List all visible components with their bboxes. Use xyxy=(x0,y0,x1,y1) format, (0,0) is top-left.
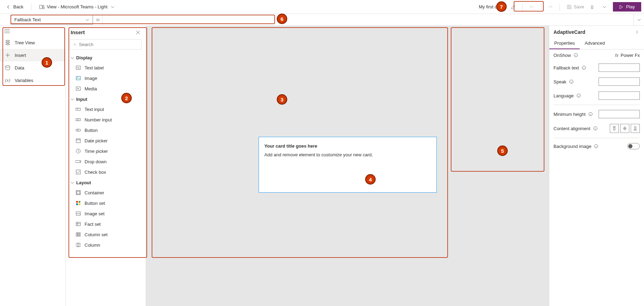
insert-item-media[interactable]: Media xyxy=(66,83,146,94)
search-input-wrapper[interactable] xyxy=(70,39,142,50)
insert-group-layout[interactable]: Layout xyxy=(66,177,146,187)
image-set-icon xyxy=(75,211,81,216)
svg-point-3 xyxy=(6,66,10,67)
insert-item-drop-down[interactable]: Drop down xyxy=(66,156,146,167)
property-dropdown[interactable]: Fallback Text xyxy=(10,15,93,24)
hamburger-button[interactable] xyxy=(0,26,65,36)
play-button[interactable]: Play xyxy=(613,2,641,12)
time-picker-icon xyxy=(75,148,81,154)
min-height-input[interactable] xyxy=(599,110,640,118)
chevron-down-icon[interactable] xyxy=(600,2,609,12)
item-label: Time picker xyxy=(85,149,108,154)
sidebar-item-variables[interactable]: (x) Variables xyxy=(0,74,65,87)
svg-rect-0 xyxy=(39,5,42,9)
sidebar-item-insert[interactable]: Insert xyxy=(0,49,65,61)
item-label: Image set xyxy=(85,211,104,216)
insert-panel: Insert Display Text label Image Media In… xyxy=(66,26,146,306)
prop-label: Language xyxy=(553,93,574,98)
variable-icon: (x) xyxy=(5,77,10,83)
tab-properties[interactable]: Properties xyxy=(549,38,580,49)
card-preview[interactable]: Your card title goes here Add and remove… xyxy=(259,137,437,193)
card-name-label: My first card xyxy=(477,3,506,11)
insert-item-number-input[interactable]: 12Number input xyxy=(66,114,146,125)
save-button[interactable]: Save xyxy=(564,3,587,11)
insert-item-date-picker[interactable]: Date picker xyxy=(66,135,146,146)
svg-point-1 xyxy=(43,5,44,7)
align-bottom-button[interactable] xyxy=(631,124,640,133)
item-label: Column xyxy=(85,242,100,248)
onshow-value[interactable]: fxPower Fx xyxy=(615,53,640,58)
align-top-button[interactable] xyxy=(610,124,619,133)
item-label: Media xyxy=(85,86,97,91)
item-label: Button set xyxy=(85,201,105,206)
info-icon[interactable] xyxy=(593,126,598,131)
number-input-icon: 12 xyxy=(75,117,81,122)
media-icon xyxy=(75,86,81,91)
teams-icon xyxy=(39,4,45,10)
back-label: Back xyxy=(13,4,23,9)
insert-item-fact-set[interactable]: Fact set xyxy=(66,219,146,229)
insert-item-text-input[interactable]: Text input xyxy=(66,104,146,114)
item-label: Check box xyxy=(85,170,106,175)
insert-group-input[interactable]: Input xyxy=(66,94,146,104)
insert-item-button-set[interactable]: Button set xyxy=(66,198,146,208)
edit-name-button[interactable] xyxy=(508,2,518,12)
info-icon[interactable] xyxy=(573,52,579,58)
expand-panel-icon[interactable] xyxy=(634,29,640,35)
view-label: View - Microsoft Teams - Light xyxy=(47,4,108,9)
info-icon[interactable] xyxy=(593,143,599,149)
sidebar-item-data[interactable]: Data xyxy=(0,61,65,74)
close-icon[interactable] xyxy=(135,30,141,35)
svg-rect-19 xyxy=(77,191,80,194)
tab-advanced[interactable]: Advanced xyxy=(580,38,610,49)
svg-rect-29 xyxy=(76,243,80,247)
speak-input[interactable] xyxy=(599,77,640,86)
svg-rect-23 xyxy=(79,203,80,205)
insert-item-column[interactable]: Column xyxy=(66,240,146,250)
canvas[interactable]: Your card title goes here Add and remove… xyxy=(146,26,549,306)
item-label: Button xyxy=(85,128,98,133)
formula-bar: Fallback Text xyxy=(0,14,644,26)
background-image-toggle[interactable] xyxy=(627,143,640,149)
insert-item-image-set[interactable]: Image set xyxy=(66,208,146,219)
item-label: Fact set xyxy=(85,222,101,227)
svg-rect-30 xyxy=(78,243,79,247)
json-view-button[interactable]: {} xyxy=(588,2,598,12)
nav-sidebar: Tree View Insert Data (x) Variables xyxy=(0,26,66,306)
insert-item-image[interactable]: Image xyxy=(66,73,146,83)
insert-item-time-picker[interactable]: Time picker xyxy=(66,146,146,156)
align-center-button[interactable] xyxy=(620,124,629,133)
insert-item-column-set[interactable]: Column set xyxy=(66,229,146,240)
info-icon[interactable] xyxy=(588,111,593,117)
insert-group-display[interactable]: Display xyxy=(66,52,146,62)
column-set-icon xyxy=(75,232,81,237)
group-label: Display xyxy=(76,55,92,60)
insert-item-container[interactable]: Container xyxy=(66,187,146,198)
formula-input[interactable] xyxy=(103,14,634,25)
insert-item-button[interactable]: AbButton xyxy=(66,125,146,135)
info-icon[interactable] xyxy=(569,79,574,84)
sidebar-item-treeview[interactable]: Tree View xyxy=(0,36,65,49)
redo-button[interactable] xyxy=(545,2,555,12)
svg-rect-27 xyxy=(78,233,79,236)
insert-item-check-box[interactable]: Check box xyxy=(66,167,146,177)
button-set-icon xyxy=(75,200,81,206)
svg-rect-26 xyxy=(76,233,77,236)
insert-item-text-label[interactable]: Text label xyxy=(66,62,146,73)
info-icon[interactable] xyxy=(581,65,587,70)
svg-rect-25 xyxy=(76,222,80,226)
prop-label: Speak xyxy=(553,79,566,84)
undo-button[interactable] xyxy=(527,2,537,12)
back-button[interactable]: Back xyxy=(3,3,26,11)
info-icon[interactable] xyxy=(576,93,581,98)
background-image-label: Background image xyxy=(553,144,591,149)
dropdown-icon xyxy=(75,159,81,164)
fallback-text-input[interactable] xyxy=(599,64,640,72)
text-label-icon xyxy=(75,65,81,70)
language-input[interactable] xyxy=(599,91,640,100)
svg-rect-5 xyxy=(76,66,80,69)
view-selector[interactable]: View - Microsoft Teams - Light xyxy=(36,3,118,11)
expand-formula-button[interactable] xyxy=(634,14,644,25)
search-input[interactable] xyxy=(79,42,138,47)
item-label: Date picker xyxy=(85,138,108,143)
